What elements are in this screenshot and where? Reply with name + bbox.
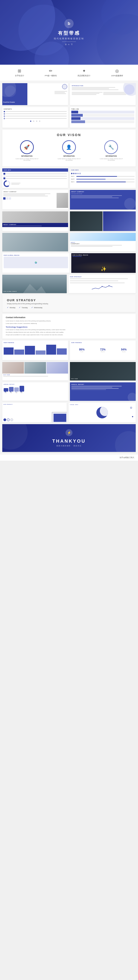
slide-row-10: OUR TEAM OUR TEAM bbox=[2, 362, 136, 380]
feature-item-4: ◎ 100%超鑫素材 bbox=[111, 68, 123, 77]
strategy-check-1: ✓ Monday bbox=[7, 306, 16, 309]
vision-item-1: 🚀 INFORMATION Lorem Ipsum is simply dumm… bbox=[16, 140, 38, 161]
donut-chart bbox=[3, 180, 10, 187]
slides-container: PowerPoint Template INTRODUCTION bbox=[0, 81, 138, 454]
slide-photo-grid bbox=[70, 212, 136, 231]
svg-point-4 bbox=[108, 285, 110, 286]
slide-intro: INTRODUCTION bbox=[70, 83, 136, 105]
slide-our-info-2: OUR INFO Item A Item B bbox=[70, 169, 136, 188]
slide-table: TIME LINE bbox=[70, 107, 136, 128]
slide-row-12: OUR PRODUCT VISUAL INFO bbox=[2, 402, 136, 422]
feature-icon-1: ⊞ bbox=[16, 68, 23, 73]
line-chart bbox=[70, 285, 134, 290]
strategy-checks: ✓ Monday ✓ Tuesday ✓ Wednesday bbox=[7, 306, 131, 309]
slide-contact: Contact Information Lorem Ipsum is simpl… bbox=[2, 314, 136, 339]
svg-marker-2 bbox=[23, 284, 46, 293]
strategy-check-2: ✓ Tuesday bbox=[19, 306, 28, 309]
vision-circle-2: 👤 bbox=[62, 140, 76, 154]
feature-item-1: ⊞ 全手绘设计 bbox=[15, 68, 24, 77]
vision-circle-1: 🚀 bbox=[20, 140, 34, 154]
vision-desc-2: Lorem Ipsum is simply dummy text of the … bbox=[58, 158, 80, 161]
vision-label-1: INFORMATION bbox=[21, 155, 33, 157]
slide-row-11: ANNUAL REPORT Q1 Q2 Q3 Q bbox=[2, 382, 136, 401]
tech-suggestions-title: Technology Suggestions bbox=[6, 326, 132, 328]
vision-desc-3: Lorem Ipsum is simply dummy text of the … bbox=[100, 158, 122, 161]
strategy-title: OUR STRATEGY bbox=[7, 299, 131, 302]
slide-bubbles: ANNUAL REPORT Q1 Q2 Q3 Q bbox=[2, 382, 68, 401]
vision-item-3: 🔧 INFORMATION Lorem Ipsum is simply dumm… bbox=[100, 140, 122, 161]
tech-line-2: the industry standard dummy text ever si… bbox=[6, 331, 132, 333]
strategy-check-3: ✓ Wednesday bbox=[31, 306, 42, 309]
hero-logo: b bbox=[64, 19, 74, 28]
thankyou-icon: ⚡ bbox=[66, 429, 72, 436]
feature-item-3: ✦ 高品质配色设计 bbox=[77, 68, 90, 77]
tech-line-1: Lorem Ipsum is simply dummy text of the … bbox=[6, 329, 132, 331]
feature-label-1: 全手绘设计 bbox=[15, 75, 24, 77]
feature-icon-2: ✏ bbox=[47, 68, 54, 73]
tech-line-3: of type and scrambled it to make a type … bbox=[6, 334, 132, 336]
slide-team: OUR TEAM bbox=[2, 362, 68, 380]
feature-label-4: 100%超鑫素材 bbox=[111, 75, 123, 77]
slide-tagline bbox=[55, 91, 67, 94]
vision-circle-3: 🔧 bbox=[104, 140, 118, 154]
slide-about-2: ABOUT COMPANY Lorem ipsum dolor sit amet bbox=[70, 190, 136, 210]
vision-title: OUR VISON bbox=[6, 133, 132, 137]
slide-our-vision: OUR VISON 🚀 INFORMATION Lorem Ipsum is s… bbox=[2, 130, 136, 167]
slide-thankyou: ⚡ THANKYOU 感谢大家的倾听 · 请多关注 bbox=[2, 424, 136, 452]
hero-brand: b 有型带感 现代化商务模板高级定制 第 N 节 bbox=[54, 19, 84, 46]
contact-line-2: Lorem ipsum dolor sit amet, consectetur … bbox=[6, 323, 132, 325]
slide-avatar bbox=[62, 84, 67, 89]
footer-watermark: 知乎@模板订阅大 bbox=[119, 456, 134, 459]
slide-our-info-1: OUR INFO bbox=[2, 169, 68, 188]
slide-strategy-info: OUR STRATEGY bbox=[69, 275, 136, 293]
hero-section: b 有型带感 现代化商务模板高级定制 第 N 节 bbox=[0, 0, 138, 65]
slide-row-1: PowerPoint Template INTRODUCTION bbox=[2, 83, 136, 105]
slide-row-3: OUR INFO bbox=[2, 169, 136, 188]
slide-row-2: CONTENTS 1 2 3 4 bbox=[2, 107, 136, 128]
slide-stats-1: OUR FINANCE bbox=[2, 340, 68, 360]
contact-title: Contact Information bbox=[6, 316, 132, 318]
hero-title: 有型带感 bbox=[54, 30, 84, 36]
vision-icons-row: 🚀 INFORMATION Lorem Ipsum is simply dumm… bbox=[6, 140, 132, 161]
slide-strategy-full: OUR STRATEGY Simply dummy text of the pr… bbox=[2, 295, 136, 312]
slide-row-8: OUR GLOBAL REACH OUR STRATEGY bbox=[2, 275, 136, 293]
slide-row-7: OUR GLOBAL REACH 🌍 OUR GLOBAL REACH ✨ bbox=[2, 253, 136, 273]
slide-mountain: OUR GLOBAL REACH bbox=[2, 275, 67, 293]
vision-label-3: INFORMATION bbox=[105, 155, 117, 157]
slide-team-photo bbox=[2, 233, 68, 251]
footer-bar: 知乎@模板订阅大 bbox=[0, 454, 138, 461]
slide-title: PowerPoint Template bbox=[2, 83, 68, 105]
vision-desc-1: Lorem Ipsum is simply dummy text of the … bbox=[16, 158, 38, 161]
check-icon-1: ✓ bbox=[7, 306, 9, 309]
slide-row-6: ABOUT COMPANY bbox=[2, 233, 136, 251]
features-bar: ⊞ 全手绘设计 ✏ PPt超一键换色 ✦ 高品质配色设计 ◎ 100%超鑫素材 bbox=[0, 65, 138, 81]
slide-row-9: OUR FINANCE OUR FINANCE 86% Growth 72% R… bbox=[2, 340, 136, 360]
slide-row-5: ABOUT COMPANY bbox=[2, 212, 136, 231]
hero-subtitle: 现代化商务模板高级定制 bbox=[54, 37, 84, 40]
slide-report: ANNUAL REPORT bbox=[70, 382, 136, 401]
slide-contents: CONTENTS 1 2 3 4 bbox=[2, 107, 68, 128]
slide-photo-about: ABOUT COMPANY bbox=[2, 212, 68, 231]
strategy-subtitle: Simply dummy text of the printing and ty… bbox=[7, 303, 131, 304]
feature-label-3: 高品质配色设计 bbox=[77, 75, 90, 77]
vision-item-2: 👤 INFORMATION Lorem Ipsum is simply dumm… bbox=[58, 140, 80, 161]
slide-device: OUR PRODUCT bbox=[2, 402, 67, 422]
feature-item-2: ✏ PPt超一键换色 bbox=[45, 68, 57, 77]
slide-about-1: ABOUT COMPANY bbox=[2, 190, 68, 210]
contact-line-1: Lorem Ipsum is simply dummy text of the … bbox=[6, 320, 132, 322]
slide-global-2: OUR GLOBAL REACH ✨ bbox=[71, 253, 136, 273]
slide-about-info: ABOUT COMPANY bbox=[70, 233, 136, 251]
thankyou-title: THANKYOU bbox=[52, 439, 86, 444]
feature-label-2: PPt超一键换色 bbox=[45, 75, 57, 77]
feature-icon-4: ◎ bbox=[114, 68, 121, 73]
vision-label-2: INFORMATION bbox=[63, 155, 75, 157]
slide-stats-2: OUR FINANCE 86% Growth 72% Revenue 94% S… bbox=[70, 340, 136, 360]
hero-divider bbox=[62, 41, 76, 42]
feature-icon-3: ✦ bbox=[80, 68, 88, 73]
slide-title-text: PowerPoint Template bbox=[3, 102, 15, 103]
check-icon-2: ✓ bbox=[19, 306, 21, 309]
slide-global-1: OUR GLOBAL REACH 🌍 bbox=[2, 253, 69, 273]
slide-row-4: ABOUT COMPANY ABOUT COMPANY Lor bbox=[2, 190, 136, 210]
svg-point-3 bbox=[102, 286, 103, 287]
slide-moon: VISUAL INFO bbox=[69, 402, 136, 422]
